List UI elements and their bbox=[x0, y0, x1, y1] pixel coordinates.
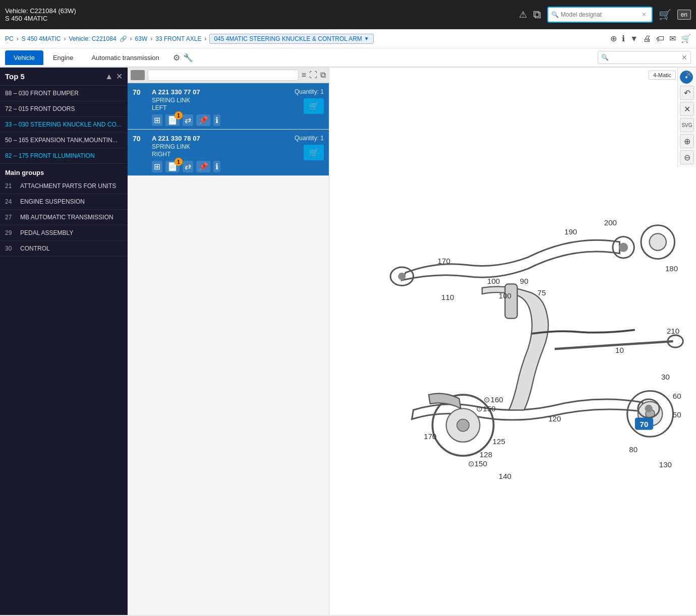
mail-icon[interactable]: ✉ bbox=[669, 34, 676, 43]
breadcrumb-current-section[interactable]: 045 4MATIC STEERING KNUCKLE & CONTROL AR… bbox=[209, 34, 373, 44]
model-search-input[interactable] bbox=[561, 11, 642, 18]
tab-vehicle[interactable]: Vehicle bbox=[5, 50, 43, 65]
breadcrumb-63w[interactable]: 63W bbox=[135, 35, 148, 42]
part-arrows-icon-1[interactable]: ⇄ bbox=[183, 161, 193, 172]
tab-search-clear-icon[interactable]: ✕ bbox=[681, 53, 687, 61]
diagram-svg: 70 200 190 180 170 100 90 75 100 110 bbox=[329, 68, 696, 615]
sidebar-item-72[interactable]: 72 – 015 FRONT DOORS bbox=[0, 101, 128, 117]
part-table-icon-0[interactable]: ⊞ bbox=[152, 114, 162, 126]
vehicle-model: S 450 4MATIC bbox=[5, 15, 76, 22]
center-panel: ≡ ⛶ ⧉ 70 A 221 330 77 07 SPRING LINK LEF… bbox=[128, 68, 329, 615]
sidebar-item-50[interactable]: 50 – 165 EXPANSION TANK,MOUNTIN... bbox=[0, 133, 128, 148]
cart-icon[interactable]: 🛒 bbox=[659, 9, 671, 21]
cart-action-icon[interactable]: 🛒 bbox=[681, 34, 691, 43]
diagram-zoom-in-btn[interactable]: ⊕ bbox=[680, 134, 694, 148]
tab-engine[interactable]: Engine bbox=[44, 50, 82, 65]
part-info-1: A 221 330 78 07 SPRING LINK RIGHT ⊞ 📄 1 … bbox=[152, 135, 289, 172]
diagram-tool-save[interactable]: SVG bbox=[680, 118, 694, 132]
sidebar-group-num-30: 30 bbox=[5, 245, 17, 252]
tab-auto-transmission-label: Automatic transmission bbox=[91, 54, 159, 61]
sidebar-group-label-29: PEDAL ASSEMBLY bbox=[20, 229, 73, 236]
diagram-toolbar: ● ↶ ✕ SVG ⊕ ⊖ bbox=[677, 68, 696, 167]
add-to-cart-btn-1[interactable]: 🛒 bbox=[304, 145, 324, 160]
sidebar-scroll-area[interactable]: 88 – 030 FRONT BUMPER 72 – 015 FRONT DOO… bbox=[0, 86, 128, 615]
language-badge[interactable]: en bbox=[677, 10, 691, 20]
svg-point-17 bbox=[645, 405, 653, 412]
part-partnum-0: A 221 330 77 07 bbox=[152, 88, 289, 96]
tab-extra-icon-2[interactable]: 🔧 bbox=[183, 53, 193, 63]
part-pin-icon-1[interactable]: 📌 bbox=[196, 161, 210, 172]
svg-text:100: 100 bbox=[487, 277, 500, 285]
part-side-0: LEFT bbox=[152, 104, 289, 111]
sidebar-group-29[interactable]: 29 PEDAL ASSEMBLY bbox=[0, 225, 128, 241]
part-info-icon-0[interactable]: ℹ bbox=[213, 114, 220, 126]
diagram-tool-history[interactable]: ↶ bbox=[680, 86, 694, 100]
breadcrumb-model[interactable]: S 450 4MATIC bbox=[22, 35, 61, 42]
breadcrumb-vehicle-icon[interactable]: 🔗 bbox=[120, 35, 127, 42]
sidebar-close-btn[interactable]: ✕ bbox=[116, 72, 123, 81]
sidebar-group-30[interactable]: 30 CONTROL bbox=[0, 241, 128, 257]
part-num-1: 70 bbox=[133, 135, 147, 143]
sidebar-group-num-24: 24 bbox=[5, 198, 17, 205]
part-table-icon-1[interactable]: ⊞ bbox=[152, 161, 162, 172]
sidebar-item-82[interactable]: 82 – 175 FRONT ILLUMINATION bbox=[0, 148, 128, 164]
breadcrumb-bar: PC › S 450 4MATIC › Vehicle: C221084 🔗 ›… bbox=[0, 29, 696, 48]
model-search-box[interactable]: 🔍 ✕ bbox=[547, 7, 653, 23]
part-pin-icon-0[interactable]: 📌 bbox=[196, 114, 210, 126]
part-info-0: A 221 330 77 07 SPRING LINK LEFT ⊞ 📄 1 ⇄… bbox=[152, 88, 289, 126]
tab-search-icon: 🔍 bbox=[601, 54, 609, 61]
print-icon[interactable]: 🖨 bbox=[643, 34, 651, 43]
breadcrumb-front-axle[interactable]: 33 FRONT AXLE bbox=[155, 35, 201, 42]
sidebar-collapse-btn[interactable]: ▲ bbox=[105, 72, 113, 81]
diagram-tool-cross[interactable]: ✕ bbox=[680, 102, 694, 116]
sidebar-group-label-27: MB AUTOMATIC TRANSMISSION bbox=[20, 214, 113, 221]
tab-auto-transmission[interactable]: Automatic transmission bbox=[83, 50, 167, 65]
sidebar-group-21[interactable]: 21 ATTACHMENT PARTS FOR UNITS bbox=[0, 178, 128, 194]
tab-extra-icon-1[interactable]: ⚙ bbox=[173, 53, 180, 63]
breadcrumb-vehicle[interactable]: Vehicle: C221084 bbox=[69, 35, 116, 42]
info-icon[interactable]: ℹ bbox=[622, 34, 625, 43]
svg-text:170: 170 bbox=[438, 257, 450, 265]
qty-label-0: Quantity: 1 bbox=[295, 88, 324, 95]
diagram-svg-area[interactable]: 4-Matic ✕ bbox=[329, 68, 696, 615]
svg-text:60: 60 bbox=[673, 392, 681, 400]
part-docs-icon-0[interactable]: 📄 1 bbox=[165, 114, 180, 126]
svg-text:120: 120 bbox=[548, 414, 561, 423]
center-search-input[interactable] bbox=[148, 70, 299, 81]
svg-text:170: 170 bbox=[424, 432, 436, 441]
sidebar-group-27[interactable]: 27 MB AUTOMATIC TRANSMISSION bbox=[0, 210, 128, 225]
part-arrows-icon-0[interactable]: ⇄ bbox=[183, 114, 193, 126]
svg-text:⊙160: ⊙160 bbox=[484, 395, 503, 404]
tab-engine-label: Engine bbox=[53, 54, 73, 61]
warning-icon[interactable]: ⚠ bbox=[519, 9, 527, 20]
part-info-icon-1[interactable]: ℹ bbox=[213, 161, 220, 172]
clear-icon[interactable]: ✕ bbox=[642, 11, 647, 18]
center-close-icon[interactable]: ⧉ bbox=[320, 71, 326, 80]
svg-text:190: 190 bbox=[564, 227, 577, 236]
sidebar-group-num-21: 21 bbox=[5, 182, 17, 190]
sidebar-group-24[interactable]: 24 ENGINE SUSPENSION bbox=[0, 194, 128, 210]
sidebar: Top 5 ▲ ✕ 88 – 030 FRONT BUMPER 72 – 015… bbox=[0, 68, 128, 615]
part-badge-1: 1 bbox=[175, 158, 183, 166]
filter-icon[interactable]: ▼ bbox=[630, 34, 638, 43]
sidebar-item-33[interactable]: 33 – 030 STEERING KNUCKLE AND CO... bbox=[0, 117, 128, 133]
sidebar-top5-title: Top 5 bbox=[5, 72, 25, 81]
tab-search-box[interactable]: 🔍 ✕ bbox=[598, 51, 691, 64]
svg-text:125: 125 bbox=[493, 437, 505, 446]
tag-icon[interactable]: 🏷 bbox=[656, 34, 664, 43]
grid-view-icon[interactable]: ⛶ bbox=[309, 71, 317, 80]
svg-text:128: 128 bbox=[480, 450, 492, 459]
breadcrumb-pc[interactable]: PC bbox=[5, 35, 14, 42]
copy-icon[interactable]: ⧉ bbox=[533, 8, 541, 21]
sidebar-group-label-21: ATTACHMENT PARTS FOR UNITS bbox=[20, 182, 116, 190]
part-docs-icon-1[interactable]: 📄 1 bbox=[165, 161, 180, 172]
diagram-panel: 4-Matic ✕ bbox=[329, 68, 696, 615]
zoom-in-icon[interactable]: ⊕ bbox=[610, 34, 617, 43]
add-to-cart-btn-0[interactable]: 🛒 bbox=[304, 98, 324, 114]
tab-search-input[interactable] bbox=[611, 54, 681, 61]
sidebar-item-88[interactable]: 88 – 030 FRONT BUMPER bbox=[0, 86, 128, 101]
list-view-icon[interactable]: ≡ bbox=[302, 71, 306, 80]
diagram-close-btn[interactable]: ✕ bbox=[685, 70, 692, 79]
diagram-zoom-out-btn[interactable]: ⊖ bbox=[680, 150, 694, 164]
svg-text:30: 30 bbox=[661, 373, 670, 381]
